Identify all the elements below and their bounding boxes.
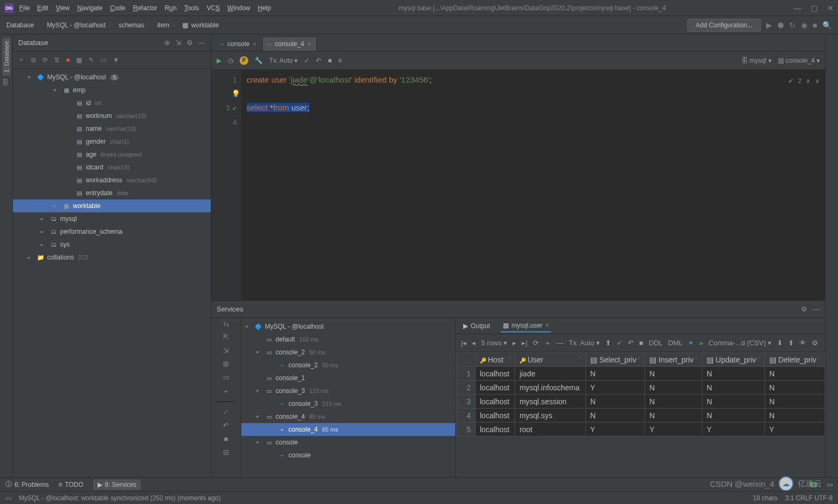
table-view-icon[interactable]: ▦ (76, 56, 82, 64)
run-icon[interactable]: ▶ (766, 21, 772, 29)
table-row[interactable]: 2localhostmysql.infoschemaYNNN (456, 381, 825, 395)
collapse-icon[interactable]: ⇲ (223, 346, 229, 354)
tree-datasource[interactable]: ▾🔷MySQL - @localhost5 (13, 71, 211, 84)
cell[interactable]: Y (585, 423, 645, 436)
cell[interactable]: N (765, 409, 825, 423)
col-host[interactable]: 🔑Host÷ (476, 353, 515, 367)
cell[interactable]: N (585, 395, 645, 409)
close-icon[interactable]: × (308, 41, 311, 47)
undo-icon[interactable]: ↶ (223, 421, 229, 429)
svc-item[interactable]: ▾▭console (241, 436, 455, 449)
crumb-worktable[interactable]: worktable (191, 21, 219, 29)
code-editor[interactable]: 1 2 3✔ 4 💡 create user 'jiade'@'localhos… (211, 70, 825, 300)
menu-edit[interactable]: Edit (37, 4, 48, 12)
svc-item[interactable]: ⌁console (241, 449, 455, 462)
stop-icon[interactable]: ■ (813, 21, 817, 29)
cancel-icon[interactable]: ■ (639, 339, 643, 347)
tree-column[interactable]: ▤idint (13, 97, 211, 109)
services-tree[interactable]: ▾🔷MySQL - @localhost ▭default152 ms ▾▭co… (241, 318, 456, 477)
table-row[interactable]: 5localhostrootYYYY (456, 423, 825, 436)
inspection-hints[interactable]: ✔2∧∨ (788, 74, 820, 88)
cell[interactable]: localhost (476, 367, 515, 381)
coverage-icon[interactable]: ↻ (789, 21, 796, 29)
svc-datasource[interactable]: ▾🔷MySQL - @localhost (241, 320, 455, 333)
gear-icon[interactable]: ⚙ (812, 339, 818, 347)
expand-icon[interactable]: ⇱ (223, 333, 229, 341)
tree-column[interactable]: ▤namevarchar(10) (13, 122, 211, 135)
ddl-button[interactable]: DDL (649, 339, 663, 347)
svc-item[interactable]: ▭console_1 (241, 372, 455, 384)
cell[interactable]: Y (585, 381, 645, 395)
cell[interactable]: mysql.sys (515, 409, 585, 423)
row-count[interactable]: 5 rows ▾ (481, 339, 507, 347)
menu-help[interactable]: Help (258, 4, 271, 12)
tab-problems[interactable]: ⓘ6: Problems (5, 480, 49, 489)
gear-icon[interactable]: ⚙ (801, 305, 807, 313)
remove-row-icon[interactable]: — (557, 339, 563, 347)
tree-collations[interactable]: ▸📁collations272 (13, 251, 211, 264)
tree-table-worktable[interactable]: ▸▦worktable (13, 199, 211, 212)
commit-icon[interactable]: ✓ (304, 57, 309, 64)
tab-todo[interactable]: ≡TODO (58, 481, 83, 488)
execute-icon[interactable]: ▶ (217, 57, 221, 64)
svc-item-selected[interactable]: ⌁console_465 ms (241, 423, 455, 436)
cell[interactable]: Y (765, 423, 825, 436)
menu-file[interactable]: File (19, 4, 29, 12)
next-page-icon[interactable]: ▸ (513, 339, 516, 347)
col-select[interactable]: ▤ Select_priv÷ (585, 353, 645, 367)
menu-navigate[interactable]: Navigate (77, 4, 102, 12)
export-format[interactable]: Comma-...d (CSV) ▾ (709, 339, 772, 347)
cell[interactable]: Y (645, 423, 702, 436)
cell[interactable]: N (645, 381, 702, 395)
tab-output[interactable]: ▶Output (461, 320, 492, 332)
refresh-icon[interactable]: ⟳ (42, 56, 48, 64)
editor-tab-console4[interactable]: ⌁console_4× (262, 36, 317, 51)
cell[interactable]: N (702, 367, 765, 381)
event-log-icon[interactable]: ▭ (827, 481, 833, 488)
crumb-database[interactable]: Database (6, 21, 34, 29)
col-delete[interactable]: ▤ Delete_priv÷ (765, 353, 825, 367)
status-position[interactable]: 3:1 CRLF UTF-8 (785, 494, 833, 502)
hide-icon[interactable]: — (813, 305, 820, 313)
maximize-button[interactable]: ▢ (811, 4, 818, 12)
debug-icon[interactable]: ⬢ (777, 21, 784, 29)
crumb-schemas[interactable]: schemas (118, 21, 144, 29)
menu-run[interactable]: Run (165, 4, 176, 12)
target-icon[interactable]: ⊕ (164, 39, 170, 47)
tx-mode[interactable]: Tx: Auto ▾ (569, 339, 600, 347)
svc-item[interactable]: ▾▭console_3123 ms (241, 384, 455, 397)
cell[interactable]: localhost (476, 423, 515, 436)
cell[interactable]: N (645, 367, 702, 381)
menu-code[interactable]: Code (110, 4, 125, 12)
edit-icon[interactable]: ✎ (88, 56, 94, 64)
cell[interactable]: N (645, 409, 702, 423)
first-page-icon[interactable]: |◂ (461, 339, 466, 347)
cell[interactable]: N (765, 367, 825, 381)
submit-icon[interactable]: ⬆ (605, 339, 611, 347)
add-icon[interactable]: ＋ (223, 387, 229, 396)
view-icon[interactable]: 👁 (799, 339, 806, 347)
add-icon[interactable]: ＋ (18, 55, 25, 64)
profile-icon[interactable]: ◉ (801, 21, 807, 29)
database-tool-tab[interactable]: 1: Database (2, 38, 11, 76)
cell[interactable]: N (765, 381, 825, 395)
layout2-icon[interactable]: ⊟ (223, 448, 229, 456)
settings-icon[interactable]: ≡ (338, 57, 342, 64)
menu-refactor[interactable]: Refactor (133, 4, 157, 12)
result-grid[interactable]: 🔑Host÷ 🔑User÷ ▤ Select_priv÷ ▤ Insert_pr… (456, 352, 825, 477)
table-row[interactable]: 4localhostmysql.sysNNNN (456, 409, 825, 423)
svc-item[interactable]: ▾▭console_250 ms (241, 346, 455, 359)
stop-icon[interactable]: ■ (66, 56, 70, 64)
last-page-icon[interactable]: ▸| (522, 339, 527, 347)
tree-schema-sys[interactable]: ▸🗂sys (13, 238, 211, 251)
wrench-icon[interactable]: 🔧 (255, 57, 263, 64)
svc-item[interactable]: ▭default152 ms (241, 333, 455, 346)
close-button[interactable]: ✕ (827, 4, 834, 12)
database-tree[interactable]: ▾🔷MySQL - @localhost5 ▾▦emp ▤idint ▤work… (13, 69, 211, 477)
table-row[interactable]: 1localhostjiadeNNNN (456, 367, 825, 381)
console-selector[interactable]: ▤ console_4 ▾ (778, 57, 820, 64)
tree-column[interactable]: ▤agetinyint unsigned (13, 148, 211, 161)
minimize-button[interactable]: — (793, 4, 801, 12)
upload-icon[interactable]: ⬆ (788, 339, 794, 347)
col-insert[interactable]: ▤ Insert_priv÷ (645, 353, 702, 367)
